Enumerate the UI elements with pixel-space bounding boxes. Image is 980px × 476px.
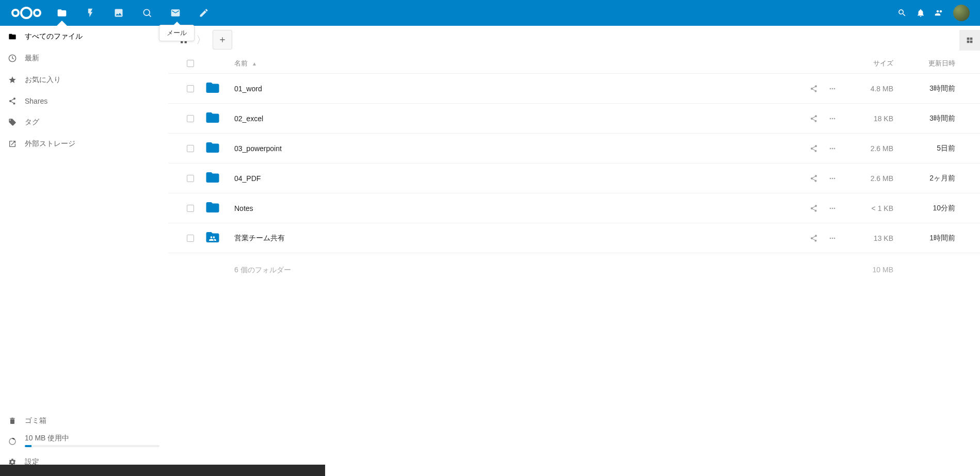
- header-name[interactable]: 名前 ▲: [234, 59, 785, 68]
- search-icon[interactable]: [897, 8, 907, 18]
- file-table: 名前 ▲ サイズ 更新日時 01_word 4.8 MB 3時間前 02_exc…: [168, 54, 980, 287]
- app-nav: [47, 0, 218, 26]
- file-size: < 1 KB: [837, 204, 893, 212]
- controls-bar: 〉: [168, 26, 980, 54]
- file-name: 03_powerpoint: [234, 144, 785, 153]
- file-size: 2.6 MB: [837, 144, 893, 153]
- file-modified: 5日前: [893, 144, 971, 153]
- share-icon[interactable]: [810, 234, 818, 242]
- svg-point-0: [21, 8, 31, 18]
- select-all-checkbox[interactable]: [187, 60, 194, 67]
- sort-asc-icon: ▲: [252, 61, 257, 67]
- row-checkbox[interactable]: [187, 115, 194, 122]
- sidebar-item-label: タグ: [25, 118, 39, 127]
- sidebar-all-files[interactable]: すべてのファイル: [0, 26, 168, 47]
- sidebar-tags[interactable]: タグ: [0, 111, 168, 133]
- row-checkbox[interactable]: [187, 235, 194, 242]
- sidebar-favorites[interactable]: お気に入り: [0, 69, 168, 91]
- nav-notes[interactable]: [189, 0, 218, 26]
- row-checkbox[interactable]: [187, 145, 194, 152]
- more-icon[interactable]: [828, 85, 837, 93]
- svg-point-3: [143, 9, 150, 15]
- row-checkbox[interactable]: [187, 85, 194, 92]
- mail-tooltip: メール: [159, 25, 195, 41]
- quota-label: 10 MB 使用中: [25, 434, 69, 442]
- folder-icon: [203, 170, 234, 187]
- file-modified: 10分前: [893, 204, 971, 213]
- sidebar-item-label: 最新: [25, 54, 39, 63]
- user-avatar[interactable]: [953, 5, 970, 21]
- nav-files[interactable]: [47, 0, 76, 26]
- nav-gallery[interactable]: [104, 0, 133, 26]
- share-icon[interactable]: [810, 114, 818, 123]
- summary-size: 10 MB: [837, 266, 893, 275]
- folder-icon: [203, 140, 234, 157]
- share-icon[interactable]: [810, 85, 818, 93]
- file-row[interactable]: 営業チーム共有 13 KB 1時間前: [168, 223, 980, 253]
- add-button[interactable]: [213, 30, 232, 50]
- more-icon[interactable]: [828, 114, 837, 123]
- file-row[interactable]: Notes < 1 KB 10分前: [168, 193, 980, 223]
- file-size: 18 KB: [837, 114, 893, 123]
- sidebar-recent[interactable]: 最新: [0, 47, 168, 69]
- contacts-icon[interactable]: [935, 8, 944, 18]
- more-icon[interactable]: [828, 234, 837, 242]
- file-size: 4.8 MB: [837, 85, 893, 93]
- nav-activity[interactable]: [76, 0, 104, 26]
- status-bar: [0, 465, 325, 476]
- folder-icon: [203, 80, 234, 97]
- folder-icon: [203, 110, 234, 127]
- nextcloud-logo[interactable]: [10, 5, 42, 21]
- header-modified[interactable]: 更新日時: [893, 59, 971, 68]
- sidebar-item-label: すべてのファイル: [25, 32, 83, 41]
- share-icon[interactable]: [810, 174, 818, 183]
- svg-point-2: [34, 10, 40, 16]
- file-name: Notes: [234, 204, 785, 212]
- app-header: メール: [0, 0, 980, 26]
- sidebar-item-label: Shares: [25, 97, 47, 105]
- view-toggle[interactable]: [959, 30, 980, 51]
- sidebar-item-label: お気に入り: [25, 75, 61, 85]
- more-icon[interactable]: [828, 204, 837, 212]
- more-icon[interactable]: [828, 144, 837, 153]
- share-icon[interactable]: [810, 204, 818, 212]
- row-checkbox[interactable]: [187, 205, 194, 212]
- breadcrumb-separator: 〉: [196, 33, 206, 47]
- sidebar-trash[interactable]: ゴミ箱: [8, 412, 159, 430]
- summary-row: 6 個のフォルダー 10 MB: [168, 253, 980, 287]
- file-row[interactable]: 01_word 4.8 MB 3時間前: [168, 74, 980, 104]
- file-modified: 1時間前: [893, 234, 971, 243]
- header-size[interactable]: サイズ: [837, 59, 893, 68]
- row-checkbox[interactable]: [187, 175, 194, 182]
- file-name: 02_excel: [234, 114, 785, 123]
- main-content: 〉 名前 ▲ サイズ 更新日時 01_word: [168, 26, 980, 476]
- sidebar-shares[interactable]: Shares: [0, 91, 168, 111]
- file-name: 営業チーム共有: [234, 234, 785, 243]
- sidebar-external[interactable]: 外部ストレージ: [0, 133, 168, 155]
- header-right: [897, 5, 975, 21]
- file-modified: 3時間前: [893, 84, 971, 93]
- svg-point-1: [12, 10, 19, 16]
- file-size: 2.6 MB: [837, 174, 893, 183]
- file-modified: 3時間前: [893, 114, 971, 123]
- trash-label: ゴミ箱: [25, 416, 46, 425]
- file-modified: 2ヶ月前: [893, 174, 971, 183]
- sidebar-quota: 10 MB 使用中: [8, 430, 159, 453]
- file-row[interactable]: 03_powerpoint 2.6 MB 5日前: [168, 134, 980, 163]
- nav-search[interactable]: [133, 0, 161, 26]
- file-size: 13 KB: [837, 234, 893, 242]
- share-icon[interactable]: [810, 144, 818, 153]
- table-header: 名前 ▲ サイズ 更新日時: [168, 54, 980, 74]
- file-name: 04_PDF: [234, 174, 785, 183]
- folder-icon: [203, 200, 234, 217]
- file-row[interactable]: 02_excel 18 KB 3時間前: [168, 104, 980, 134]
- file-name: 01_word: [234, 85, 785, 93]
- sidebar: すべてのファイル 最新 お気に入り Shares タグ 外部ストレージ: [0, 26, 168, 476]
- quota-bar: [25, 445, 159, 447]
- more-icon[interactable]: [828, 174, 837, 183]
- summary-folders: 6 個のフォルダー: [178, 266, 837, 275]
- sidebar-item-label: 外部ストレージ: [25, 139, 75, 149]
- folder-icon: [203, 229, 234, 247]
- notifications-icon[interactable]: [916, 8, 925, 18]
- file-row[interactable]: 04_PDF 2.6 MB 2ヶ月前: [168, 163, 980, 193]
